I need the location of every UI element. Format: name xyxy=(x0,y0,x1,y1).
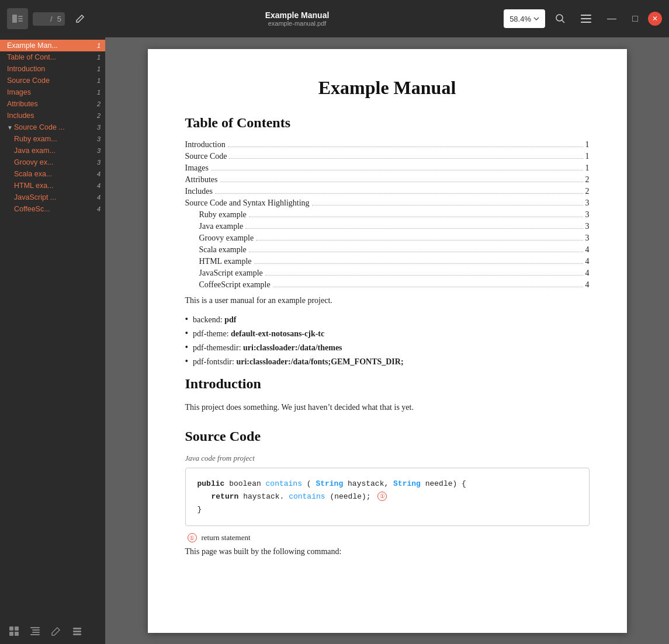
sidebar-page-num: 1 xyxy=(97,77,100,84)
sidebar-toggle-button[interactable] xyxy=(7,8,28,29)
page-number-input[interactable]: 1 xyxy=(33,12,49,26)
toc-entry-javascript: JavaScript example 4 xyxy=(185,269,590,278)
sidebar-item-label: Java exam... xyxy=(14,147,95,155)
sidebar-page-num: 3 xyxy=(97,135,100,142)
sidebar-item-label: Groovy ex... xyxy=(14,158,95,166)
sidebar-item-label: Images xyxy=(7,88,95,96)
sidebar-page-num: 3 xyxy=(97,159,100,166)
sidebar-item-coffeescript[interactable]: CoffeeSc... 4 xyxy=(0,203,105,215)
sidebar-page-num: 3 xyxy=(97,147,100,154)
svg-rect-9 xyxy=(9,626,13,631)
sidebar-page-num: 3 xyxy=(97,124,100,131)
sidebar-item-example-manual[interactable]: Example Man... 1 xyxy=(0,40,105,51)
sidebar-item-source-code[interactable]: Source Code 1 xyxy=(0,75,105,86)
sidebar-page-num: 4 xyxy=(97,170,100,177)
page-separator: / xyxy=(49,15,54,23)
bullet-item-pdf-theme: • pdf-theme: default-ext-notosans-cjk-tc xyxy=(185,328,590,339)
sidebar-item-label: JavaScript ... xyxy=(14,193,95,201)
sidebar-item-label: CoffeeSc... xyxy=(14,205,95,213)
toc-title: Table of Contents xyxy=(185,115,590,131)
toc-entry-coffeescript: CoffeeScript example 4 xyxy=(185,280,590,290)
svg-rect-1 xyxy=(18,16,23,17)
sidebar-item-label: Ruby exam... xyxy=(14,135,95,143)
intro-blurb: This is a user manual for an example pro… xyxy=(185,294,590,307)
callout-line: ① return statement xyxy=(185,533,590,542)
pdf-viewer: Example Manual Table of Contents Introdu… xyxy=(105,37,669,644)
bullet-dot: • xyxy=(185,342,189,353)
main-area: Example Man... 1 Table of Cont... 1 Intr… xyxy=(0,37,669,644)
toc-section: Introduction 1 Source Code 1 Images 1 At… xyxy=(185,140,590,290)
sidebar-item-toc[interactable]: Table of Cont... 1 xyxy=(0,51,105,63)
sidebar-item-label: Includes xyxy=(7,112,95,120)
svg-rect-10 xyxy=(15,626,19,631)
search-button[interactable] xyxy=(550,8,571,29)
minimize-button[interactable]: — xyxy=(601,8,622,29)
zoom-level: 58.4% xyxy=(509,15,531,23)
sidebar-item-images[interactable]: Images 1 xyxy=(0,86,105,98)
sidebar-item-source-code-syntax[interactable]: ▼ Source Code ... 3 xyxy=(0,121,105,133)
sidebar-page-num: 2 xyxy=(97,100,100,107)
svg-rect-17 xyxy=(73,628,81,629)
bullet-list: • backend: pdf • pdf-theme: default-ext-… xyxy=(185,314,590,367)
sidebar-item-label: Table of Cont... xyxy=(7,53,95,61)
pdf-page: Example Manual Table of Contents Introdu… xyxy=(148,49,627,633)
menu-button[interactable] xyxy=(576,8,597,29)
sidebar-page-num: 4 xyxy=(97,194,100,201)
svg-rect-8 xyxy=(581,22,591,23)
sidebar-item-java[interactable]: Java exam... 3 xyxy=(0,145,105,156)
outline-button[interactable] xyxy=(26,622,44,640)
sidebar-item-label: Source Code ... xyxy=(14,123,95,131)
callout-ref-icon: ① xyxy=(188,533,197,542)
toc-entry-includes: Includes 2 xyxy=(185,187,590,196)
toc-entry-java: Java example 3 xyxy=(185,222,590,231)
bullet-dot: • xyxy=(185,356,189,367)
bullet-item-backend: • backend: pdf xyxy=(185,314,590,325)
svg-rect-13 xyxy=(30,627,40,628)
thumbnails-button[interactable] xyxy=(5,622,23,640)
sidebar-item-label: Introduction xyxy=(7,65,95,73)
bullet-item-pdf-themesdir: • pdf-themesdir: uri:classloader:/data/t… xyxy=(185,342,590,353)
zoom-button[interactable]: 58.4% xyxy=(504,9,545,28)
bullet-item-pdf-fontsdir: • pdf-fontsdir: uri:classloader:/data/fo… xyxy=(185,356,590,367)
sidebar-page-num: 4 xyxy=(97,206,100,213)
sidebar-item-html[interactable]: HTML exa... 4 xyxy=(0,180,105,192)
sidebar-item-introduction[interactable]: Introduction 1 xyxy=(0,63,105,75)
callout-marker: ① xyxy=(377,492,387,501)
page-total: 5 xyxy=(54,12,65,26)
svg-rect-12 xyxy=(15,632,19,636)
window-controls: — □ ✕ xyxy=(601,8,662,29)
sidebar-item-label: HTML exa... xyxy=(14,182,95,190)
document-title: Example Manual xyxy=(265,11,330,20)
toc-entry-images: Images 1 xyxy=(185,163,590,173)
sidebar-item-includes[interactable]: Includes 2 xyxy=(0,110,105,121)
sidebar-page-num: 1 xyxy=(97,42,100,49)
code-line-2: return haystack. contains (needle); ① xyxy=(197,490,577,503)
maximize-button[interactable]: □ xyxy=(625,8,646,29)
source-code-heading: Source Code xyxy=(185,429,590,444)
svg-rect-16 xyxy=(30,634,40,635)
sidebar-item-groovy[interactable]: Groovy ex... 3 xyxy=(0,156,105,168)
sidebar-page-num: 1 xyxy=(97,89,100,96)
code-line-3: } xyxy=(197,503,577,516)
sidebar-page-num: 4 xyxy=(97,182,100,189)
introduction-section: Introduction This project does something… xyxy=(185,376,590,414)
page-navigation: 1 / 5 xyxy=(33,12,65,26)
document-filename: example-manual.pdf xyxy=(268,20,327,27)
sidebar-item-label: Source Code xyxy=(7,76,95,85)
layers-button[interactable] xyxy=(68,622,86,640)
toc-entry-source-syntax: Source Code and Syntax Highlighting 3 xyxy=(185,199,590,208)
annotate-button[interactable] xyxy=(47,622,65,640)
page-bottom-text: This page was built by the following com… xyxy=(185,547,590,556)
sidebar-item-javascript[interactable]: JavaScript ... 4 xyxy=(0,192,105,203)
edit-button[interactable] xyxy=(70,8,91,29)
svg-rect-7 xyxy=(581,18,591,19)
svg-rect-0 xyxy=(12,15,17,23)
sidebar-bottom-toolbar xyxy=(0,618,105,644)
sidebar-item-scala[interactable]: Scala exa... 4 xyxy=(0,168,105,180)
svg-rect-2 xyxy=(18,18,23,19)
sidebar-item-label: Scala exa... xyxy=(14,170,95,178)
sidebar-item-ruby[interactable]: Ruby exam... 3 xyxy=(0,133,105,145)
close-button[interactable]: ✕ xyxy=(648,12,662,26)
callout-text: return statement xyxy=(202,533,251,542)
sidebar-item-attributes[interactable]: Attributes 2 xyxy=(0,98,105,110)
